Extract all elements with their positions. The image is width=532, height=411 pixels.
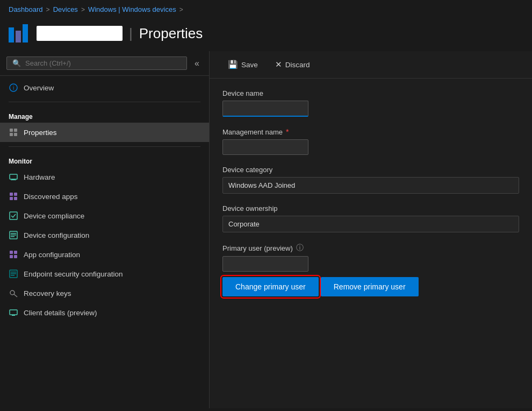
breadcrumb-devices[interactable]: Devices [53,5,78,13]
main-layout: 🔍 « i Overview Manage [0,51,532,408]
breadcrumb: Dashboard > Devices > Windows | Windows … [0,0,532,19]
svg-rect-13 [10,212,17,219]
header-divider: | [129,25,133,42]
toolbar: 💾 Save ✕ Discard [210,51,532,79]
logo-bar-1 [9,27,14,42]
management-name-group: Management name * [222,127,519,155]
save-label: Save [241,61,258,69]
svg-rect-16 [11,235,16,236]
collapse-button[interactable]: « [191,58,203,69]
sidebar-divider-2 [9,146,200,147]
svg-rect-6 [10,174,17,179]
primary-user-actions: Change primary user Remove primary user [222,277,519,296]
device-configuration-icon [9,230,18,240]
svg-text:i: i [13,85,14,91]
management-name-label: Management name * [222,127,519,136]
sidebar-item-discovered-apps[interactable]: Discovered apps [0,187,209,206]
sidebar-item-recovery-keys-label: Recovery keys [24,289,71,297]
svg-rect-10 [14,193,17,196]
sidebar-item-device-compliance-label: Device compliance [24,212,84,220]
sidebar-item-device-compliance[interactable]: Device compliance [0,206,209,225]
device-ownership-label: Device ownership [222,204,519,212]
sidebar-item-overview[interactable]: i Overview [0,78,209,97]
device-ownership-value: Corporate [222,216,519,232]
svg-rect-12 [14,197,17,200]
sidebar-item-hardware-label: Hardware [24,173,55,181]
svg-rect-5 [14,133,17,136]
svg-rect-20 [10,255,13,258]
save-button[interactable]: 💾 Save [220,56,265,73]
sidebar-item-app-configuration[interactable]: App configuration [0,245,209,264]
management-name-input[interactable] [222,139,308,155]
breadcrumb-windows-devices[interactable]: Windows | Windows devices [88,5,176,13]
svg-line-27 [14,294,17,297]
svg-point-26 [10,290,15,295]
svg-rect-2 [10,129,13,132]
remove-primary-user-button[interactable]: Remove primary user [321,277,419,296]
sidebar-nav: i Overview Manage Properties [0,76,209,408]
app-logo [9,24,28,42]
device-name-input[interactable] [222,101,308,117]
primary-user-input[interactable] [222,256,308,272]
svg-rect-4 [10,133,13,136]
primary-user-info-icon[interactable]: ⓘ [296,243,304,253]
sidebar-item-device-configuration-label: Device configuration [24,231,89,239]
endpoint-security-icon [9,269,18,279]
change-primary-user-button[interactable]: Change primary user [222,277,319,296]
device-name-group: Device name [222,89,519,117]
sidebar: 🔍 « i Overview Manage [0,51,210,408]
primary-user-group: Primary user (preview) ⓘ Change primary … [222,243,519,296]
recovery-keys-icon [9,288,18,298]
device-category-group: Device category Windows AAD Joined [222,166,519,194]
sidebar-item-device-configuration[interactable]: Device configuration [0,225,209,245]
sidebar-item-hardware[interactable]: Hardware [0,167,209,187]
svg-rect-24 [11,273,16,274]
app-configuration-icon [9,250,18,259]
logo-bar-2 [16,31,21,42]
search-bar: 🔍 « [0,51,209,76]
svg-rect-18 [10,251,13,254]
svg-rect-11 [10,197,13,200]
sidebar-item-properties[interactable]: Properties [0,123,209,142]
svg-rect-8 [11,180,16,180]
search-input[interactable] [25,59,181,67]
breadcrumb-sep-2: > [81,6,85,13]
device-name-label: Device name [222,89,519,97]
search-wrapper[interactable]: 🔍 [6,56,187,70]
sidebar-item-overview-label: Overview [24,84,54,92]
sidebar-item-discovered-apps-label: Discovered apps [24,193,78,201]
svg-rect-15 [11,233,16,234]
sidebar-item-client-details[interactable]: Client details (preview) [0,303,209,322]
svg-rect-23 [11,272,16,273]
logo-bar-3 [23,24,28,42]
svg-rect-21 [14,255,17,258]
sidebar-item-endpoint-security-label: Endpoint security configuration [24,270,123,278]
content-area: 💾 Save ✕ Discard Device name Management … [210,51,532,408]
sidebar-divider-1 [9,102,200,102]
sidebar-item-recovery-keys[interactable]: Recovery keys [0,284,209,303]
hardware-icon [9,172,18,182]
overview-icon: i [9,83,18,93]
form-area: Device name Management name * Device cat… [210,79,532,318]
sidebar-section-manage: Manage [0,107,209,123]
svg-rect-19 [14,251,17,254]
sidebar-section-monitor: Monitor [0,151,209,167]
svg-rect-9 [10,193,13,196]
breadcrumb-dashboard[interactable]: Dashboard [9,5,43,13]
header-device-name [37,26,123,41]
sidebar-item-app-configuration-label: App configuration [24,251,80,259]
device-category-label: Device category [222,166,519,174]
client-details-icon [9,308,18,317]
breadcrumb-sep-1: > [46,6,50,13]
sidebar-item-endpoint-security[interactable]: Endpoint security configuration [0,264,209,284]
svg-rect-28 [10,310,17,315]
svg-rect-25 [11,275,15,276]
discard-button[interactable]: ✕ Discard [268,56,318,73]
breadcrumb-sep-3: > [179,6,183,13]
primary-user-label: Primary user (preview) ⓘ [222,243,519,253]
required-indicator: * [286,127,289,136]
sidebar-item-client-details-label: Client details (preview) [24,309,97,317]
sidebar-item-properties-label: Properties [24,129,57,137]
header-title-block: | Properties [37,25,203,42]
svg-rect-17 [11,236,15,237]
